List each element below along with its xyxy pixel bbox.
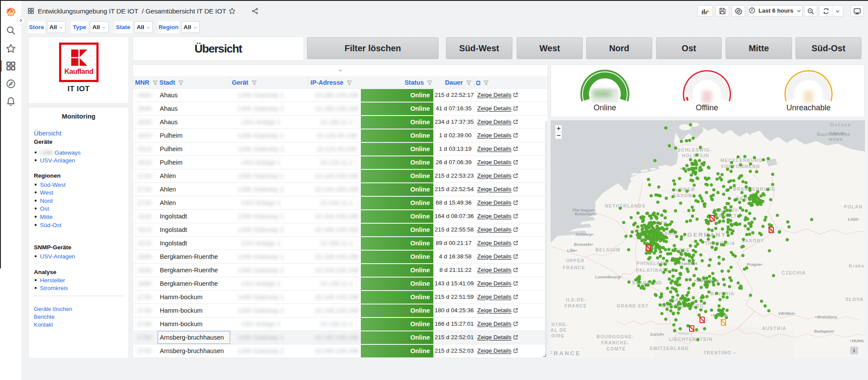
svg-text:FRANCE: FRANCE	[563, 265, 585, 270]
svg-text:SAXONY: SAXONY	[673, 193, 696, 198]
svg-text:GERMANY: GERMANY	[687, 231, 726, 238]
svg-text:COMTÉ: COMTÉ	[607, 346, 626, 351]
svg-text:POLAN: POLAN	[844, 204, 862, 209]
svg-text:THURINGIA: THURINGIA	[705, 241, 735, 246]
svg-text:SWITZERLAND: SWITZERLAND	[650, 346, 689, 351]
svg-text:Ostsee: Ostsee	[830, 122, 851, 127]
svg-text:SCHLESWIG-: SCHLESWIG-	[677, 147, 712, 152]
svg-text:ENTRE-: ENTRE-	[551, 322, 568, 327]
svg-text:BOURGOGNE-: BOURGOGNE-	[597, 334, 634, 339]
svg-text:Brussels: Brussels	[574, 242, 591, 247]
svg-text:Antwerp: Antwerp	[575, 232, 592, 237]
svg-text:AUSTRIA: AUSTRIA	[762, 326, 786, 331]
svg-text:Lille: Lille	[567, 248, 575, 253]
svg-text:Gdansk: Gdansk	[829, 131, 845, 135]
svg-text:CZECHIA: CZECHIA	[782, 270, 806, 275]
svg-text:SAXONY: SAXONY	[742, 238, 764, 243]
svg-text:Łódź: Łódź	[848, 217, 858, 221]
svg-text:море: море	[829, 136, 843, 142]
svg-text:Bratislava: Bratislava	[817, 314, 837, 319]
svg-text:ILE-DE-: ILE-DE-	[566, 297, 586, 302]
svg-text:Budapest: Budapest	[814, 329, 833, 334]
svg-text:FRANCE: FRANCE	[564, 303, 587, 308]
svg-text:BELGIUM: BELGIUM	[595, 247, 620, 252]
svg-text:Rotterdam: Rotterdam	[574, 211, 595, 216]
svg-text:GRAND EST: GRAND EST	[617, 303, 649, 308]
svg-text:VIENNA: VIENNA	[778, 311, 794, 316]
svg-text:Luxembourg: Luxembourg	[595, 274, 620, 279]
svg-text:LOIRE: LOIRE	[551, 333, 564, 338]
svg-text:FRANCE: FRANCE	[551, 350, 581, 357]
svg-text:Kaufland: Kaufland	[64, 67, 93, 75]
svg-text:HUNG: HUNG	[852, 338, 864, 343]
svg-text:TRENTINO –: TRENTINO –	[703, 350, 736, 355]
svg-text:UPPER: UPPER	[566, 258, 585, 263]
svg-text:Krako: Krako	[849, 263, 865, 268]
svg-text:NETHERLANDS: NETHERLANDS	[605, 203, 646, 208]
svg-text:Zurich: Zurich	[650, 332, 663, 337]
svg-text:LIECHTENSTEIN: LIECHTENSTEIN	[669, 337, 713, 342]
svg-text:SLOVA: SLOVA	[845, 297, 864, 302]
svg-text:FRANCHE-: FRANCHE-	[601, 340, 629, 345]
svg-text:VAL DE: VAL DE	[551, 327, 567, 333]
svg-text:Prague: Prague	[747, 262, 761, 267]
svg-text:MECKLENBURG-: MECKLENBURG-	[720, 158, 765, 163]
